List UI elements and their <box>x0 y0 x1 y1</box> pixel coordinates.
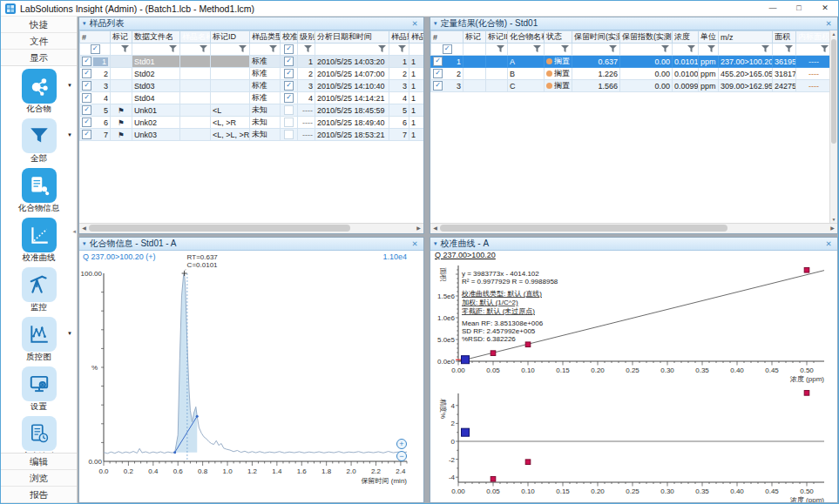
column-header-rt[interactable]: 保留时间(实测) <box>572 31 620 44</box>
dropdown-arrow-icon[interactable]: ▼ <box>67 83 72 88</box>
quant-vertical-scrollbar[interactable]: ▲ ▼ <box>829 30 837 224</box>
table-row[interactable]: ✓2Std02标准✓22010/5/25 14:07:0021 <box>80 68 424 80</box>
column-header-num[interactable]: # <box>431 31 463 44</box>
checkbox[interactable]: ✓ <box>82 93 91 103</box>
calibration-setting-link[interactable]: 加权: 默认 (1/C^2) <box>462 299 518 306</box>
checkbox[interactable]: ✓ <box>433 81 443 91</box>
checkbox[interactable]: ✓ <box>82 57 91 66</box>
filter-cell-file[interactable] <box>132 44 180 56</box>
scroll-left-arrow-icon[interactable]: ◀ <box>79 224 89 232</box>
column-header-conc[interactable]: 浓度 <box>673 31 699 44</box>
collapse-icon[interactable]: ▾ <box>434 240 437 247</box>
residual-point-selected[interactable] <box>462 428 470 436</box>
maximize-button[interactable]: □ <box>786 1 812 16</box>
column-header-ri[interactable]: 保留指数(实测) <box>620 31 673 44</box>
filter-cell-status[interactable] <box>545 44 572 56</box>
checkbox[interactable]: ✓ <box>443 44 452 54</box>
filter-cell-plate[interactable] <box>409 44 424 56</box>
collapse-icon[interactable]: ▾ <box>434 20 437 27</box>
table-row[interactable]: ✓5⚑Unk01<L未知----2010/5/25 18:45:5951 <box>80 104 424 117</box>
sidebar-item-compound[interactable]: 化合物▼ <box>1 66 77 116</box>
filter-cell-datetime[interactable] <box>315 44 389 56</box>
scroll-right-arrow-icon[interactable]: ▶ <box>414 224 423 232</box>
filter-funnel-icon[interactable] <box>546 45 570 54</box>
filter-funnel-icon[interactable] <box>317 45 387 54</box>
column-header-area[interactable]: 面积 <box>773 31 796 44</box>
sidebar-item-monitor[interactable]: 监控 <box>1 265 77 314</box>
scroll-left-arrow-icon[interactable]: ◀ <box>430 224 440 232</box>
sidebar-item-qc-chart[interactable]: 质控图▼ <box>1 314 77 364</box>
panel-close-icon[interactable]: ✕ <box>823 239 834 248</box>
filter-cell-type[interactable] <box>250 44 281 56</box>
checkbox[interactable]: ✓ <box>284 44 294 54</box>
filter-cell-vial[interactable] <box>389 44 409 56</box>
panel-close-icon[interactable]: ✕ <box>409 239 420 248</box>
column-header-mz[interactable]: m/z <box>719 31 773 44</box>
checkbox[interactable]: ✓ <box>82 130 91 139</box>
filter-cell-level[interactable] <box>298 44 315 56</box>
filter-cell-conc[interactable] <box>673 44 699 56</box>
filter-funnel-icon[interactable] <box>775 45 794 54</box>
sidebar-tab-report[interactable]: 报告 <box>1 487 77 503</box>
residual-point[interactable] <box>525 460 531 465</box>
column-header-num[interactable]: # <box>80 31 111 44</box>
filter-cell-ri[interactable] <box>620 44 673 56</box>
filter-funnel-icon[interactable] <box>182 45 208 54</box>
scrollbar-thumb[interactable] <box>831 39 836 144</box>
sidebar-item-all[interactable]: 全部▼ <box>1 116 77 165</box>
filter-cell-cal[interactable]: ✓ <box>281 44 298 56</box>
sample-horizontal-scrollbar[interactable]: ◀ ▶ <box>79 223 423 233</box>
scrollbar-thumb[interactable] <box>89 225 350 232</box>
checkbox[interactable]: ✓ <box>284 93 294 103</box>
calibration-point-selected[interactable] <box>462 356 470 364</box>
residual-point[interactable] <box>491 476 496 481</box>
sidebar-tab-edit[interactable]: 编辑 <box>1 454 77 470</box>
table-row[interactable]: ✓2B搁置1.2260.000.0100ppm455.20>165.053181… <box>431 68 830 80</box>
filter-funnel-icon[interactable] <box>674 45 696 54</box>
dropdown-arrow-icon[interactable]: ▼ <box>67 132 72 138</box>
sidebar-item-settings[interactable]: 设置 <box>1 364 77 413</box>
checkbox[interactable]: ✓ <box>433 69 443 78</box>
calibration-point[interactable] <box>804 267 809 272</box>
column-header-vial[interactable]: 样品瓶 <box>389 31 409 44</box>
collapse-icon[interactable]: ▾ <box>83 20 86 27</box>
column-header-mark[interactable]: 标记 <box>463 31 486 44</box>
calibration-point[interactable] <box>525 342 531 347</box>
table-row[interactable]: ✓3C搁置1.5660.000.0099ppm309.00>162.952427… <box>431 80 830 92</box>
filter-cell-name[interactable] <box>508 44 545 56</box>
filter-funnel-icon[interactable] <box>252 45 278 54</box>
scrollbar-thumb[interactable] <box>440 225 727 232</box>
checkbox[interactable]: ✓ <box>284 81 294 91</box>
filter-funnel-icon[interactable] <box>721 45 770 54</box>
filter-cell-mz[interactable] <box>719 44 773 56</box>
column-header-plate[interactable]: 样品盘 <box>409 31 424 44</box>
calibration-plot[interactable]: 0.0e05.0e51.0e61.5e6面积0.000.050.100.150.… <box>430 262 837 383</box>
sidebar-tab-quick[interactable]: 快捷 <box>1 17 77 33</box>
checkbox[interactable]: ✓ <box>82 105 91 115</box>
collapse-icon[interactable]: ▾ <box>83 240 86 247</box>
checkbox[interactable]: ✓ <box>82 69 91 78</box>
filter-cell-isarea[interactable] <box>796 44 830 56</box>
table-row[interactable]: ✓1Std01标准✓12010/5/25 14:03:2011 <box>80 56 424 68</box>
column-header-unit[interactable]: 单位 <box>699 31 719 44</box>
sidebar-item-calibration-curve[interactable]: 校准曲线 <box>1 215 77 265</box>
column-header-datetime[interactable]: 分析日期和时间 <box>315 31 389 44</box>
column-header-mark[interactable]: 标记 <box>111 31 132 44</box>
filter-cell-area[interactable] <box>773 44 796 56</box>
column-header-name[interactable]: 样品名称 <box>180 31 211 44</box>
column-header-mid[interactable]: 标记ID <box>486 31 508 44</box>
checkbox[interactable]: ✓ <box>284 69 294 78</box>
column-header-sid[interactable]: 标记ID <box>211 31 250 44</box>
close-button[interactable]: ✕ <box>812 1 838 16</box>
filter-funnel-icon[interactable] <box>622 45 670 54</box>
sidebar-collapse-arrow[interactable]: ◂ <box>72 228 76 235</box>
filter-funnel-icon[interactable] <box>391 45 407 54</box>
dropdown-arrow-icon[interactable]: ▼ <box>67 331 72 336</box>
column-header-level[interactable]: 级别 <box>298 31 315 44</box>
table-row[interactable]: ✓3Std03标准✓32010/5/25 14:10:4031 <box>80 80 424 92</box>
column-header-type[interactable]: 样品类型 <box>250 31 281 44</box>
column-header-isarea[interactable]: 内标面积 <box>796 31 830 44</box>
filter-cell-num[interactable]: ✓ <box>431 44 463 56</box>
sidebar-item-audit-trail[interactable]: 审查追踪 <box>1 413 77 454</box>
scroll-up-arrow-icon[interactable]: ▲ <box>830 30 837 38</box>
